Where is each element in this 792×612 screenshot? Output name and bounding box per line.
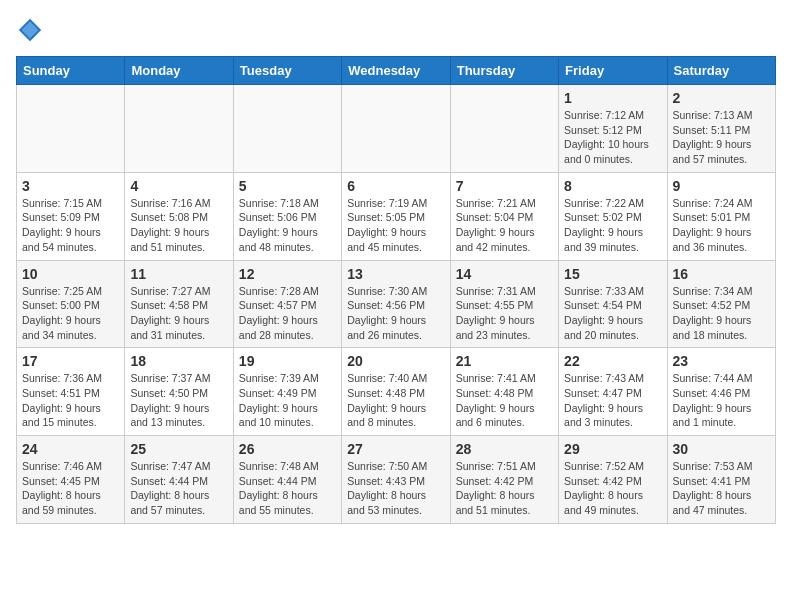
calendar-cell: 8Sunrise: 7:22 AMSunset: 5:02 PMDaylight… xyxy=(559,172,667,260)
day-info: Sunrise: 7:52 AMSunset: 4:42 PMDaylight:… xyxy=(564,459,661,518)
day-number: 2 xyxy=(673,90,770,106)
day-info: Sunrise: 7:43 AMSunset: 4:47 PMDaylight:… xyxy=(564,371,661,430)
calendar-body: 1Sunrise: 7:12 AMSunset: 5:12 PMDaylight… xyxy=(17,85,776,524)
day-info: Sunrise: 7:53 AMSunset: 4:41 PMDaylight:… xyxy=(673,459,770,518)
calendar-cell: 6Sunrise: 7:19 AMSunset: 5:05 PMDaylight… xyxy=(342,172,450,260)
calendar-week-4: 24Sunrise: 7:46 AMSunset: 4:45 PMDayligh… xyxy=(17,436,776,524)
day-header-sunday: Sunday xyxy=(17,57,125,85)
day-info: Sunrise: 7:39 AMSunset: 4:49 PMDaylight:… xyxy=(239,371,336,430)
day-info: Sunrise: 7:48 AMSunset: 4:44 PMDaylight:… xyxy=(239,459,336,518)
day-info: Sunrise: 7:47 AMSunset: 4:44 PMDaylight:… xyxy=(130,459,227,518)
day-info: Sunrise: 7:30 AMSunset: 4:56 PMDaylight:… xyxy=(347,284,444,343)
day-info: Sunrise: 7:22 AMSunset: 5:02 PMDaylight:… xyxy=(564,196,661,255)
day-number: 5 xyxy=(239,178,336,194)
day-header-saturday: Saturday xyxy=(667,57,775,85)
day-number: 30 xyxy=(673,441,770,457)
calendar-cell: 7Sunrise: 7:21 AMSunset: 5:04 PMDaylight… xyxy=(450,172,558,260)
day-number: 4 xyxy=(130,178,227,194)
calendar-cell: 27Sunrise: 7:50 AMSunset: 4:43 PMDayligh… xyxy=(342,436,450,524)
day-info: Sunrise: 7:12 AMSunset: 5:12 PMDaylight:… xyxy=(564,108,661,167)
calendar-cell: 18Sunrise: 7:37 AMSunset: 4:50 PMDayligh… xyxy=(125,348,233,436)
day-number: 3 xyxy=(22,178,119,194)
day-number: 14 xyxy=(456,266,553,282)
logo-icon xyxy=(16,16,44,44)
calendar-header: SundayMondayTuesdayWednesdayThursdayFrid… xyxy=(17,57,776,85)
calendar-week-3: 17Sunrise: 7:36 AMSunset: 4:51 PMDayligh… xyxy=(17,348,776,436)
day-info: Sunrise: 7:44 AMSunset: 4:46 PMDaylight:… xyxy=(673,371,770,430)
calendar-cell xyxy=(233,85,341,173)
day-info: Sunrise: 7:28 AMSunset: 4:57 PMDaylight:… xyxy=(239,284,336,343)
day-number: 27 xyxy=(347,441,444,457)
day-number: 23 xyxy=(673,353,770,369)
day-number: 28 xyxy=(456,441,553,457)
day-info: Sunrise: 7:19 AMSunset: 5:05 PMDaylight:… xyxy=(347,196,444,255)
calendar-week-2: 10Sunrise: 7:25 AMSunset: 5:00 PMDayligh… xyxy=(17,260,776,348)
day-number: 25 xyxy=(130,441,227,457)
calendar-table: SundayMondayTuesdayWednesdayThursdayFrid… xyxy=(16,56,776,524)
calendar-cell: 22Sunrise: 7:43 AMSunset: 4:47 PMDayligh… xyxy=(559,348,667,436)
day-number: 29 xyxy=(564,441,661,457)
calendar-cell: 4Sunrise: 7:16 AMSunset: 5:08 PMDaylight… xyxy=(125,172,233,260)
day-number: 7 xyxy=(456,178,553,194)
day-number: 18 xyxy=(130,353,227,369)
calendar-cell: 21Sunrise: 7:41 AMSunset: 4:48 PMDayligh… xyxy=(450,348,558,436)
calendar-cell: 14Sunrise: 7:31 AMSunset: 4:55 PMDayligh… xyxy=(450,260,558,348)
day-info: Sunrise: 7:40 AMSunset: 4:48 PMDaylight:… xyxy=(347,371,444,430)
day-number: 21 xyxy=(456,353,553,369)
day-number: 11 xyxy=(130,266,227,282)
day-info: Sunrise: 7:33 AMSunset: 4:54 PMDaylight:… xyxy=(564,284,661,343)
calendar-cell: 11Sunrise: 7:27 AMSunset: 4:58 PMDayligh… xyxy=(125,260,233,348)
day-info: Sunrise: 7:15 AMSunset: 5:09 PMDaylight:… xyxy=(22,196,119,255)
calendar-cell: 26Sunrise: 7:48 AMSunset: 4:44 PMDayligh… xyxy=(233,436,341,524)
day-number: 16 xyxy=(673,266,770,282)
calendar-cell: 20Sunrise: 7:40 AMSunset: 4:48 PMDayligh… xyxy=(342,348,450,436)
calendar-cell xyxy=(125,85,233,173)
calendar-cell: 12Sunrise: 7:28 AMSunset: 4:57 PMDayligh… xyxy=(233,260,341,348)
calendar-cell: 5Sunrise: 7:18 AMSunset: 5:06 PMDaylight… xyxy=(233,172,341,260)
calendar-cell: 2Sunrise: 7:13 AMSunset: 5:11 PMDaylight… xyxy=(667,85,775,173)
day-header-tuesday: Tuesday xyxy=(233,57,341,85)
day-info: Sunrise: 7:21 AMSunset: 5:04 PMDaylight:… xyxy=(456,196,553,255)
day-header-monday: Monday xyxy=(125,57,233,85)
day-number: 20 xyxy=(347,353,444,369)
day-info: Sunrise: 7:18 AMSunset: 5:06 PMDaylight:… xyxy=(239,196,336,255)
day-number: 19 xyxy=(239,353,336,369)
calendar-week-1: 3Sunrise: 7:15 AMSunset: 5:09 PMDaylight… xyxy=(17,172,776,260)
day-header-thursday: Thursday xyxy=(450,57,558,85)
day-number: 8 xyxy=(564,178,661,194)
day-info: Sunrise: 7:27 AMSunset: 4:58 PMDaylight:… xyxy=(130,284,227,343)
calendar-week-0: 1Sunrise: 7:12 AMSunset: 5:12 PMDaylight… xyxy=(17,85,776,173)
day-header-friday: Friday xyxy=(559,57,667,85)
day-number: 17 xyxy=(22,353,119,369)
calendar-cell xyxy=(450,85,558,173)
day-number: 24 xyxy=(22,441,119,457)
day-number: 10 xyxy=(22,266,119,282)
calendar-cell: 10Sunrise: 7:25 AMSunset: 5:00 PMDayligh… xyxy=(17,260,125,348)
svg-marker-1 xyxy=(22,22,39,39)
header xyxy=(16,16,776,44)
calendar-cell: 29Sunrise: 7:52 AMSunset: 4:42 PMDayligh… xyxy=(559,436,667,524)
day-info: Sunrise: 7:36 AMSunset: 4:51 PMDaylight:… xyxy=(22,371,119,430)
day-info: Sunrise: 7:16 AMSunset: 5:08 PMDaylight:… xyxy=(130,196,227,255)
day-info: Sunrise: 7:41 AMSunset: 4:48 PMDaylight:… xyxy=(456,371,553,430)
day-info: Sunrise: 7:37 AMSunset: 4:50 PMDaylight:… xyxy=(130,371,227,430)
day-number: 9 xyxy=(673,178,770,194)
calendar-cell: 17Sunrise: 7:36 AMSunset: 4:51 PMDayligh… xyxy=(17,348,125,436)
calendar-cell: 19Sunrise: 7:39 AMSunset: 4:49 PMDayligh… xyxy=(233,348,341,436)
header-row: SundayMondayTuesdayWednesdayThursdayFrid… xyxy=(17,57,776,85)
calendar-cell: 13Sunrise: 7:30 AMSunset: 4:56 PMDayligh… xyxy=(342,260,450,348)
calendar-cell: 28Sunrise: 7:51 AMSunset: 4:42 PMDayligh… xyxy=(450,436,558,524)
day-info: Sunrise: 7:24 AMSunset: 5:01 PMDaylight:… xyxy=(673,196,770,255)
calendar-cell: 23Sunrise: 7:44 AMSunset: 4:46 PMDayligh… xyxy=(667,348,775,436)
calendar-cell: 15Sunrise: 7:33 AMSunset: 4:54 PMDayligh… xyxy=(559,260,667,348)
calendar-cell: 9Sunrise: 7:24 AMSunset: 5:01 PMDaylight… xyxy=(667,172,775,260)
day-info: Sunrise: 7:13 AMSunset: 5:11 PMDaylight:… xyxy=(673,108,770,167)
calendar-cell: 3Sunrise: 7:15 AMSunset: 5:09 PMDaylight… xyxy=(17,172,125,260)
day-number: 6 xyxy=(347,178,444,194)
logo xyxy=(16,16,48,44)
day-info: Sunrise: 7:25 AMSunset: 5:00 PMDaylight:… xyxy=(22,284,119,343)
day-number: 22 xyxy=(564,353,661,369)
day-header-wednesday: Wednesday xyxy=(342,57,450,85)
day-number: 15 xyxy=(564,266,661,282)
day-number: 13 xyxy=(347,266,444,282)
